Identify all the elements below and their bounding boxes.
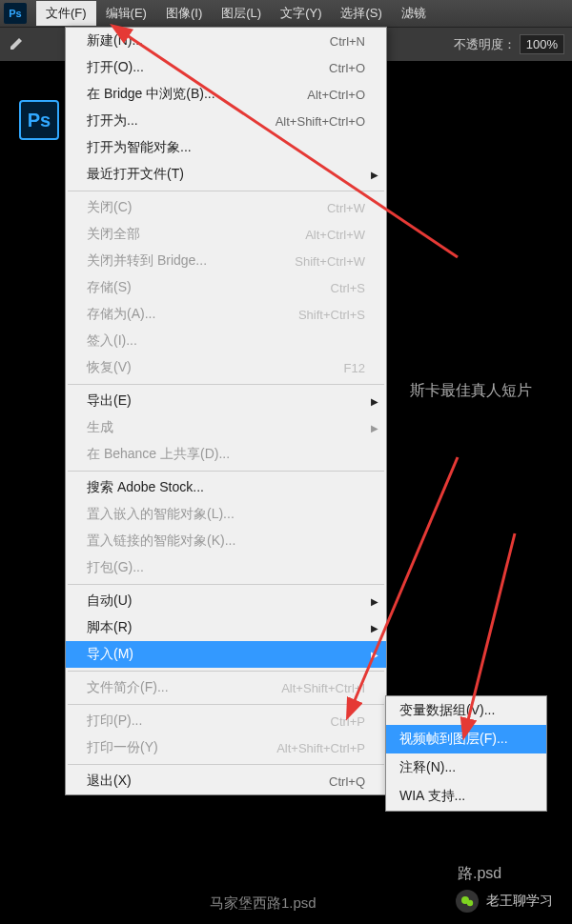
menu-item-4[interactable]: 打开为智能对象... <box>66 134 386 161</box>
menu-item-label: 退出(X) <box>87 773 132 790</box>
menu-item-12: 签入(I)... <box>66 328 386 354</box>
menu-shortcut: Alt+Shift+Ctrl+P <box>276 741 365 755</box>
bg-text-road: 路.psd <box>458 864 501 884</box>
menu-item-label: 搜索 Adobe Stock... <box>87 479 204 496</box>
chevron-right-icon: ▶ <box>371 623 378 633</box>
menu-shortcut: Shift+Ctrl+W <box>295 254 365 269</box>
menu-separator <box>68 704 384 705</box>
wechat-icon <box>456 890 479 913</box>
menu-item-label: 在 Bridge 中浏览(B)... <box>87 86 215 103</box>
menu-item-24[interactable]: 自动(U)▶ <box>66 588 386 614</box>
menu-image[interactable]: 图像(I) <box>156 1 212 26</box>
menu-item-8: 关闭全部Alt+Ctrl+W <box>66 221 386 248</box>
menu-shortcut: Ctrl+W <box>327 201 365 215</box>
bg-text-oscar: 斯卡最佳真人短片 <box>410 381 532 401</box>
menu-item-9: 关闭并转到 Bridge...Shift+Ctrl+W <box>66 248 386 274</box>
menu-separator <box>68 384 384 385</box>
menu-shortcut: Ctrl+P <box>331 714 365 729</box>
chevron-right-icon: ▶ <box>371 396 378 407</box>
brush-icon[interactable] <box>8 33 27 56</box>
menu-select[interactable]: 选择(S) <box>331 1 391 26</box>
menu-item-label: 生成 <box>87 419 113 436</box>
menu-item-11: 存储为(A)...Shift+Ctrl+S <box>66 301 386 328</box>
menu-item-3[interactable]: 打开为...Alt+Shift+Ctrl+O <box>66 108 386 134</box>
menu-item-label: 存储为(A)... <box>87 306 155 323</box>
menu-item-7: 关闭(C)Ctrl+W <box>66 194 386 221</box>
chevron-right-icon: ▶ <box>371 650 378 660</box>
opacity-label: 不透明度： <box>454 36 516 53</box>
menu-item-15[interactable]: 导出(E)▶ <box>66 388 386 414</box>
menu-file[interactable]: 文件(F) <box>36 1 96 26</box>
menu-item-label: 打开为智能对象... <box>87 139 192 156</box>
submenu-item-3[interactable]: WIA 支持... <box>386 782 546 811</box>
menu-item-label: 打开为... <box>87 112 138 130</box>
menu-separator <box>68 471 384 472</box>
menu-item-21: 置入链接的智能对象(K)... <box>66 528 386 554</box>
menu-shortcut: Ctrl+S <box>331 281 365 295</box>
menu-item-label: 打印一份(Y) <box>87 739 158 756</box>
menu-item-1[interactable]: 打开(O)...Ctrl+O <box>66 54 386 81</box>
submenu-item-2[interactable]: 注释(N)... <box>386 753 546 782</box>
menu-separator <box>68 584 384 585</box>
menu-separator <box>68 191 384 191</box>
menu-item-label: 脚本(R) <box>87 619 132 636</box>
menu-item-30: 打印(P)...Ctrl+P <box>66 708 386 734</box>
menu-item-13: 恢复(V)F12 <box>66 354 386 381</box>
footer-text: 老王聊学习 <box>486 893 553 910</box>
menu-item-label: 打开(O)... <box>87 59 144 76</box>
menu-item-16: 生成▶ <box>66 414 386 441</box>
menu-item-label: 打包(G)... <box>87 559 144 576</box>
footer: 老王聊学习 <box>456 890 553 913</box>
menu-item-26[interactable]: 导入(M)▶ <box>66 641 386 668</box>
chevron-right-icon: ▶ <box>371 423 378 433</box>
submenu-item-0[interactable]: 变量数据组(V)... <box>386 696 546 725</box>
chevron-right-icon: ▶ <box>371 596 378 607</box>
menu-item-33[interactable]: 退出(X)Ctrl+Q <box>66 768 386 794</box>
menu-item-label: 自动(U) <box>87 593 132 610</box>
svg-point-4 <box>467 900 473 906</box>
menu-item-label: 导入(M) <box>87 646 133 663</box>
submenu-item-1[interactable]: 视频帧到图层(F)... <box>386 725 546 753</box>
opacity-value[interactable]: 100% <box>520 34 564 54</box>
menu-shortcut: F12 <box>344 361 365 375</box>
menu-separator <box>68 671 384 672</box>
menu-item-label: 签入(I)... <box>87 332 137 350</box>
menu-layer[interactable]: 图层(L) <box>212 1 271 26</box>
menu-shortcut: Ctrl+O <box>329 61 365 75</box>
menu-item-17: 在 Behance 上共享(D)... <box>66 441 386 468</box>
menubar: Ps 文件(F) 编辑(E) 图像(I) 图层(L) 文字(Y) 选择(S) 滤… <box>0 0 572 27</box>
menu-shortcut: Alt+Ctrl+W <box>305 228 365 242</box>
menu-text[interactable]: 文字(Y) <box>271 1 331 26</box>
menu-item-label: 存储(S) <box>87 279 132 296</box>
menu-separator <box>68 764 384 765</box>
menu-shortcut: Ctrl+Q <box>329 774 365 789</box>
menu-filter[interactable]: 滤镜 <box>392 1 436 26</box>
menu-edit[interactable]: 编辑(E) <box>96 1 156 26</box>
menu-item-28: 文件简介(F)...Alt+Shift+Ctrl+I <box>66 674 386 701</box>
menu-item-label: 新建(N)... <box>87 32 143 50</box>
menu-item-5[interactable]: 最近打开文件(T)▶ <box>66 161 386 188</box>
menu-shortcut: Ctrl+N <box>330 34 365 49</box>
menu-item-0[interactable]: 新建(N)...Ctrl+N <box>66 28 386 54</box>
menu-shortcut: Alt+Shift+Ctrl+I <box>281 681 365 695</box>
document-tab[interactable]: 马家堡西路1.psd <box>210 894 317 913</box>
import-submenu: 变量数据组(V)...视频帧到图层(F)...注释(N)...WIA 支持... <box>385 695 547 812</box>
file-dropdown: 新建(N)...Ctrl+N打开(O)...Ctrl+O在 Bridge 中浏览… <box>65 27 387 795</box>
menu-item-label: 关闭全部 <box>87 226 140 243</box>
menu-shortcut: Alt+Shift+Ctrl+O <box>276 114 365 129</box>
ps-logo-icon: Ps <box>4 3 27 24</box>
menu-item-label: 打印(P)... <box>87 713 142 730</box>
menu-item-20: 置入嵌入的智能对象(L)... <box>66 501 386 528</box>
menu-item-label: 在 Behance 上共享(D)... <box>87 446 230 463</box>
menu-item-label: 最近打开文件(T) <box>87 166 184 183</box>
menu-item-25[interactable]: 脚本(R)▶ <box>66 614 386 641</box>
side-ps-logo-icon: Ps <box>19 100 59 140</box>
menu-item-2[interactable]: 在 Bridge 中浏览(B)...Alt+Ctrl+O <box>66 81 386 108</box>
menu-item-label: 置入链接的智能对象(K)... <box>87 532 235 550</box>
menu-shortcut: Alt+Ctrl+O <box>307 88 365 102</box>
menu-item-22: 打包(G)... <box>66 554 386 581</box>
menu-item-10: 存储(S)Ctrl+S <box>66 274 386 301</box>
menu-item-label: 关闭(C) <box>87 199 132 216</box>
menu-item-label: 恢复(V) <box>87 359 132 376</box>
menu-item-19[interactable]: 搜索 Adobe Stock... <box>66 474 386 501</box>
